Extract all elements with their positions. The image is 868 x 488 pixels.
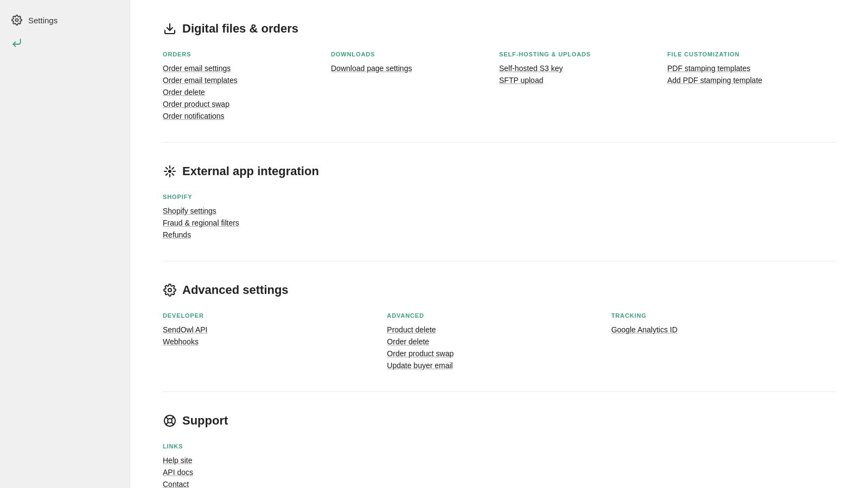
svg-line-15 <box>171 422 174 425</box>
column-header-shopify: SHOPIFY <box>163 194 835 200</box>
column-header-tracking: TRACKING <box>611 312 835 319</box>
section-title-advanced: Advanced settings <box>163 283 835 297</box>
section-support: Support LINKS Help site API docs Contact <box>163 392 835 488</box>
link-order-email-settings[interactable]: Order email settings <box>163 64 231 73</box>
columns-advanced: DEVELOPER SendOwl API Webhooks ADVANCED … <box>163 312 835 370</box>
link-pdf-stamping-templates[interactable]: PDF stamping templates <box>667 64 750 73</box>
main-content: Digital files & orders ORDERS Order emai… <box>130 0 868 488</box>
column-links-downloads: Download page settings <box>331 64 499 73</box>
columns-digital: ORDERS Order email settings Order email … <box>163 51 835 120</box>
svg-point-0 <box>16 19 18 22</box>
svg-point-11 <box>168 288 171 292</box>
support-icon <box>163 414 177 428</box>
link-order-notifications[interactable]: Order notifications <box>163 112 225 120</box>
columns-external: SHOPIFY Shopify settings Fraud & regiona… <box>163 194 835 239</box>
link-order-product-swap[interactable]: Order product swap <box>163 100 229 108</box>
link-adv-order-product-swap[interactable]: Order product swap <box>387 349 454 358</box>
column-header-advanced: ADVANCED <box>387 312 611 319</box>
gear-icon <box>11 14 23 26</box>
link-sendowl-api[interactable]: SendOwl API <box>163 325 208 334</box>
link-order-delete[interactable]: Order delete <box>163 88 205 97</box>
link-fraud-regional-filters[interactable]: Fraud & regional filters <box>163 219 239 227</box>
link-download-page-settings[interactable]: Download page settings <box>331 64 412 73</box>
link-api-docs[interactable]: API docs <box>163 468 193 477</box>
column-downloads: DOWNLOADS Download page settings <box>331 51 499 120</box>
column-header-orders: ORDERS <box>163 51 331 57</box>
column-header-file-customization: FILE CUSTOMIZATION <box>667 51 835 57</box>
columns-support: LINKS Help site API docs Contact <box>163 443 835 488</box>
svg-line-14 <box>166 417 168 419</box>
svg-line-4 <box>166 168 168 169</box>
link-contact[interactable]: Contact <box>163 480 189 488</box>
section-digital-files-orders: Digital files & orders ORDERS Order emai… <box>163 0 835 143</box>
svg-point-10 <box>168 170 171 173</box>
svg-line-18 <box>166 422 168 425</box>
section-title-external: External app integration <box>163 164 835 178</box>
column-tracking: TRACKING Google Analytics ID <box>611 312 835 370</box>
link-product-delete[interactable]: Product delete <box>387 325 436 334</box>
link-add-pdf-stamping-template[interactable]: Add PDF stamping template <box>667 76 762 85</box>
integration-icon <box>163 164 177 178</box>
svg-line-8 <box>166 174 168 175</box>
link-webhooks[interactable]: Webhooks <box>163 337 199 346</box>
column-links-developer: SendOwl API Webhooks <box>163 325 387 346</box>
column-orders: ORDERS Order email settings Order email … <box>163 51 331 120</box>
column-links-list: Help site API docs Contact <box>163 456 835 488</box>
download-icon <box>163 22 177 36</box>
column-header-downloads: DOWNLOADS <box>331 51 499 57</box>
column-links-support: LINKS Help site API docs Contact <box>163 443 835 488</box>
section-heading-digital: Digital files & orders <box>182 22 298 36</box>
column-header-developer: DEVELOPER <box>163 312 387 319</box>
column-links-file-customization: PDF stamping templates Add PDF stamping … <box>667 64 835 85</box>
sidebar-settings-label: Settings <box>28 16 58 25</box>
sidebar: Settings <box>0 0 130 488</box>
link-order-email-templates[interactable]: Order email templates <box>163 76 238 85</box>
link-google-analytics-id[interactable]: Google Analytics ID <box>611 325 678 334</box>
column-links-orders: Order email settings Order email templat… <box>163 64 331 120</box>
gear-advanced-icon <box>163 283 177 297</box>
section-title-support: Support <box>163 414 835 428</box>
column-links-shopify: Shopify settings Fraud & regional filter… <box>163 207 835 239</box>
section-title-digital: Digital files & orders <box>163 22 835 36</box>
section-heading-support: Support <box>182 414 228 428</box>
column-links-self-hosting: Self-hosted S3 key SFTP upload <box>499 64 667 85</box>
section-advanced-settings: Advanced settings DEVELOPER SendOwl API … <box>163 261 835 392</box>
svg-line-5 <box>172 174 174 175</box>
column-shopify: SHOPIFY Shopify settings Fraud & regiona… <box>163 194 835 239</box>
section-heading-advanced: Advanced settings <box>182 283 289 297</box>
column-header-self-hosting: SELF-HOSTING & UPLOADS <box>499 51 667 57</box>
column-developer: DEVELOPER SendOwl API Webhooks <box>163 312 387 370</box>
section-heading-external: External app integration <box>182 164 319 178</box>
link-update-buyer-email[interactable]: Update buyer email <box>387 361 452 370</box>
column-links-advanced: Product delete Order delete Order produc… <box>387 325 611 370</box>
section-external-app-integration: External app integration SHOPIFY Shopify… <box>163 143 835 261</box>
svg-line-9 <box>172 168 174 169</box>
link-adv-order-delete[interactable]: Order delete <box>387 337 429 346</box>
import-icon <box>11 37 23 49</box>
column-header-links: LINKS <box>163 443 835 450</box>
svg-line-17 <box>171 418 174 420</box>
link-s3-key[interactable]: Self-hosted S3 key <box>499 64 563 73</box>
column-links-tracking: Google Analytics ID <box>611 325 835 334</box>
link-shopify-settings[interactable]: Shopify settings <box>163 207 216 215</box>
column-file-customization: FILE CUSTOMIZATION PDF stamping template… <box>667 51 835 120</box>
link-sftp-upload[interactable]: SFTP upload <box>499 76 543 85</box>
column-advanced: ADVANCED Product delete Order delete Ord… <box>387 312 611 370</box>
sidebar-item-settings[interactable]: Settings <box>0 9 130 31</box>
sidebar-item-import[interactable] <box>0 31 130 54</box>
link-refunds[interactable]: Refunds <box>163 230 191 239</box>
link-help-site[interactable]: Help site <box>163 456 192 465</box>
column-self-hosting: SELF-HOSTING & UPLOADS Self-hosted S3 ke… <box>499 51 667 120</box>
